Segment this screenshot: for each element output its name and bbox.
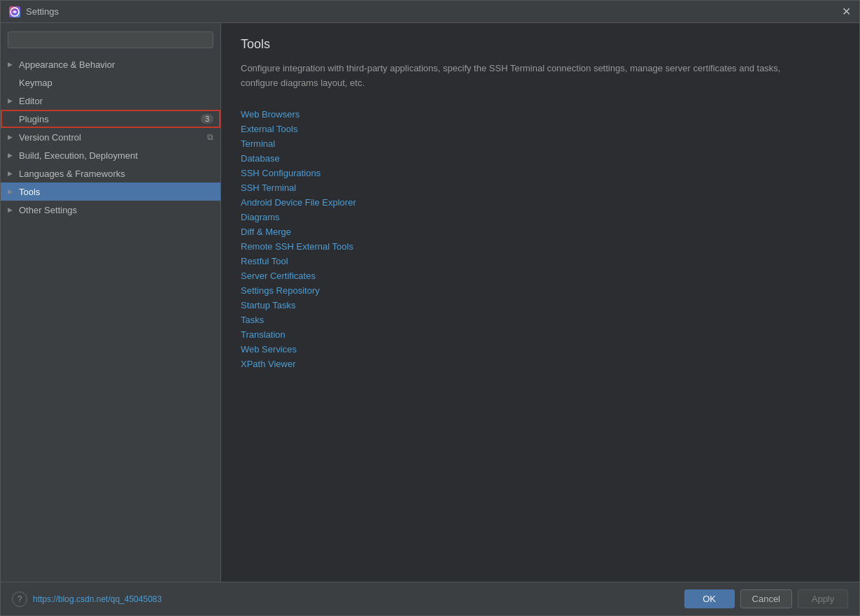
tool-link[interactable]: Terminal xyxy=(241,137,840,150)
tool-link[interactable]: Android Device File Explorer xyxy=(241,196,840,209)
app-icon xyxy=(9,6,20,17)
sidebar-item-label: Plugins xyxy=(19,114,197,124)
arrow-icon: ▶ xyxy=(8,115,15,122)
sidebar-item-label: Version Control xyxy=(19,132,203,143)
tool-link[interactable]: SSH Configurations xyxy=(241,166,840,180)
sidebar-item-label: Appearance & Behavior xyxy=(19,59,213,70)
sidebar-item-version-control[interactable]: ▶ Version Control ⧉ xyxy=(1,128,220,146)
apply-button[interactable]: Apply xyxy=(798,589,848,608)
tool-link[interactable]: Web Services xyxy=(241,343,840,356)
arrow-icon: ▶ xyxy=(8,134,15,141)
dialog-body: ▶ Appearance & Behavior Keymap ▶ Editor … xyxy=(1,23,859,582)
tool-link[interactable]: External Tools xyxy=(241,122,840,136)
search-container xyxy=(1,27,220,55)
url-text: https://blog.csdn.net/qq_45045083 xyxy=(33,594,162,604)
tool-link[interactable]: XPath Viewer xyxy=(241,357,840,371)
footer-buttons: OK Cancel Apply xyxy=(684,589,848,608)
tool-link[interactable]: Diff & Merge xyxy=(241,225,840,238)
sidebar-item-label: Build, Execution, Deployment xyxy=(19,150,213,161)
tool-link[interactable]: Translation xyxy=(241,328,840,341)
page-title: Tools xyxy=(241,37,840,52)
sidebar-item-label: Keymap xyxy=(19,78,213,88)
close-button[interactable]: ✕ xyxy=(842,6,851,17)
tool-link[interactable]: Tasks xyxy=(241,313,840,327)
arrow-icon: ▶ xyxy=(8,188,15,195)
sidebar-item-other[interactable]: ▶ Other Settings xyxy=(1,201,220,219)
sidebar-item-label: Editor xyxy=(19,96,213,106)
settings-dialog: Settings ✕ ▶ Appearance & Behavior Keyma… xyxy=(0,0,860,616)
page-description: Configure integration with third-party a… xyxy=(241,62,815,91)
tool-link[interactable]: Settings Repository xyxy=(241,284,840,297)
main-content: Tools Configure integration with third-p… xyxy=(221,23,859,582)
tool-link[interactable]: Web Browsers xyxy=(241,108,840,121)
tool-link[interactable]: Diagrams xyxy=(241,210,840,224)
title-bar-left: Settings xyxy=(9,6,59,17)
sidebar: ▶ Appearance & Behavior Keymap ▶ Editor … xyxy=(1,23,221,582)
sidebar-item-label: Tools xyxy=(19,187,213,197)
sidebar-item-tools[interactable]: ▶ Tools xyxy=(1,182,220,201)
tool-link[interactable]: Remote SSH External Tools xyxy=(241,240,840,253)
sidebar-item-label: Other Settings xyxy=(19,205,213,215)
help-button[interactable]: ? xyxy=(12,592,27,607)
sidebar-item-label: Languages & Frameworks xyxy=(19,169,213,179)
ok-button[interactable]: OK xyxy=(684,589,735,608)
arrow-icon: ▶ xyxy=(8,152,15,159)
plugins-badge: 3 xyxy=(201,114,213,124)
arrow-icon: ▶ xyxy=(8,170,15,177)
tool-link[interactable]: Startup Tasks xyxy=(241,299,840,312)
sidebar-item-keymap[interactable]: Keymap xyxy=(1,73,220,92)
arrow-icon: ▶ xyxy=(8,97,15,104)
sidebar-item-appearance[interactable]: ▶ Appearance & Behavior xyxy=(1,55,220,73)
sidebar-item-editor[interactable]: ▶ Editor xyxy=(1,92,220,110)
dialog-title: Settings xyxy=(26,6,59,17)
sidebar-item-plugins[interactable]: ▶ Plugins 3 xyxy=(1,110,220,128)
tool-link[interactable]: Restful Tool xyxy=(241,255,840,268)
arrow-icon: ▶ xyxy=(8,61,15,68)
sidebar-item-build[interactable]: ▶ Build, Execution, Deployment xyxy=(1,146,220,164)
search-input[interactable] xyxy=(8,31,213,48)
sidebar-item-languages[interactable]: ▶ Languages & Frameworks xyxy=(1,164,220,182)
arrow-icon: ▶ xyxy=(8,206,15,213)
cancel-button[interactable]: Cancel xyxy=(740,589,792,608)
tool-link[interactable]: Database xyxy=(241,152,840,165)
tool-link[interactable]: Server Certificates xyxy=(241,269,840,282)
title-bar: Settings ✕ xyxy=(1,1,859,23)
dialog-footer: ? https://blog.csdn.net/qq_45045083 OK C… xyxy=(1,582,859,615)
copy-icon: ⧉ xyxy=(207,132,213,142)
footer-left: ? https://blog.csdn.net/qq_45045083 xyxy=(12,592,162,607)
tool-link[interactable]: SSH Terminal xyxy=(241,181,840,194)
tools-list: Web BrowsersExternal ToolsTerminalDataba… xyxy=(241,108,840,371)
